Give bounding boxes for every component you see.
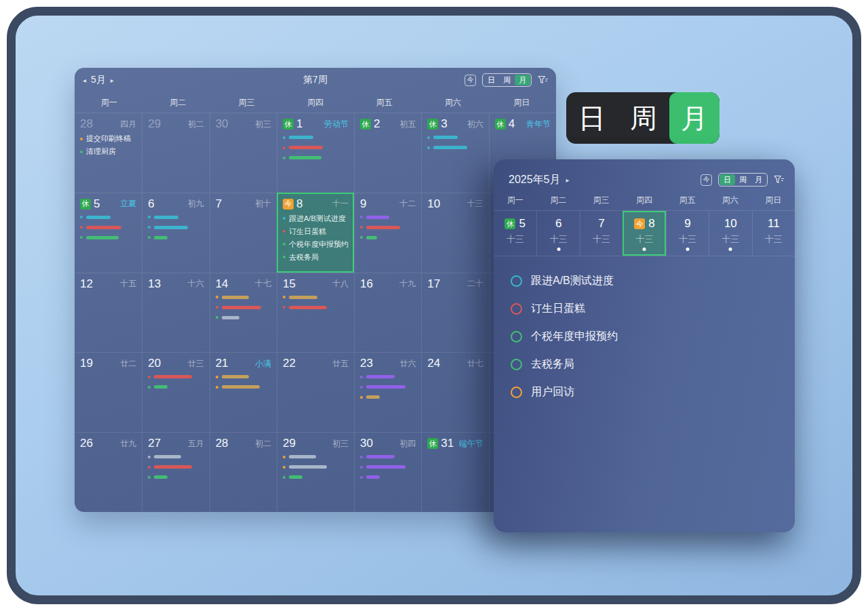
week-panel-title[interactable]: 2025年5月 ▸ [509,173,570,187]
event-bar[interactable] [148,214,203,220]
week-day-cell[interactable]: 7十三 [580,211,623,256]
event-bar[interactable] [427,134,483,140]
view-tab-day[interactable]: 日 [484,75,499,85]
month-day-cell[interactable]: 休5立夏 [75,193,142,273]
month-day-cell[interactable]: 12十五 [75,273,142,353]
next-month-arrow-icon[interactable]: ▸ [111,77,114,84]
event-bar[interactable] [360,235,416,241]
week-day-cell[interactable]: 10十三 [709,211,751,256]
task-item[interactable]: 订生日蛋糕 [511,295,783,323]
callout-month-button[interactable]: 月 [669,92,719,144]
week-day-cell[interactable]: 9十三 [666,211,709,256]
event-item[interactable]: 去税务局 [283,253,349,262]
event-item[interactable]: 个税年度申报预约 [283,240,349,249]
event-bar[interactable] [148,224,203,231]
event-bar[interactable] [283,454,349,460]
task-item[interactable]: 用户回访 [511,378,783,406]
event-bar[interactable] [360,394,416,400]
event-item[interactable]: 订生日蛋糕 [283,227,349,236]
event-bar[interactable] [148,454,203,460]
week-day-cell[interactable]: 11十三 [752,211,795,256]
month-day-cell[interactable]: 27五月 [142,432,209,512]
task-item[interactable]: 去税务局 [511,351,783,378]
view-tab-month[interactable]: 月 [515,75,530,85]
task-item[interactable]: 个税年度申报预约 [511,323,783,351]
month-day-cell[interactable]: 休3初六 [421,113,488,193]
event-bar[interactable] [283,144,349,151]
month-day-cell[interactable]: 22廿五 [277,352,354,432]
event-bar[interactable] [80,214,136,220]
month-day-cell[interactable]: 13十六 [142,273,209,353]
week-filter-icon[interactable] [774,175,784,184]
event-bar[interactable] [360,454,416,460]
week-view-tab-week[interactable]: 周 [735,174,751,185]
event-item[interactable]: 跟进A/B测试进度 [283,214,349,223]
event-bar[interactable] [80,235,136,241]
event-bar[interactable] [216,304,271,311]
week-day-cell[interactable]: 休5十三 [494,211,536,256]
month-day-cell[interactable]: 休2初五 [354,113,421,193]
task-checkbox[interactable] [511,359,522,370]
month-day-cell[interactable]: 26廿九 [75,432,142,512]
event-bar[interactable] [427,144,483,151]
event-bar[interactable] [283,464,349,470]
event-bar[interactable] [148,235,203,241]
event-bar[interactable] [360,384,416,390]
month-day-cell[interactable]: 28初二 [210,432,277,512]
week-jump-to-today-button[interactable]: 今 [701,174,712,186]
event-bar[interactable] [148,374,203,380]
month-day-cell[interactable]: 16十九 [354,273,421,353]
event-item[interactable]: 清理厨房 [80,147,136,156]
event-bar[interactable] [148,464,203,470]
month-day-cell[interactable]: 休1劳动节 [277,113,354,193]
month-day-cell[interactable]: 30初四 [354,432,421,512]
event-bar[interactable] [360,374,416,380]
week-view-tab-month[interactable]: 月 [751,174,766,185]
week-day-cell[interactable]: 6十三 [536,211,579,256]
month-day-cell[interactable]: 今8十一跟进A/B测试进度订生日蛋糕个税年度申报预约去税务局 [277,193,354,273]
prev-month-arrow-icon[interactable]: ◂ [83,77,86,84]
event-bar[interactable] [283,304,349,311]
task-checkbox[interactable] [511,303,522,315]
month-day-cell[interactable]: 21小满 [210,352,277,432]
month-day-cell[interactable]: 29初三 [277,432,354,512]
event-bar[interactable] [148,474,203,480]
event-bar[interactable] [360,224,416,231]
filter-icon[interactable] [538,75,548,85]
month-day-cell[interactable]: 6初九 [142,193,209,273]
month-day-cell[interactable]: 24廿七 [421,352,488,432]
event-bar[interactable] [148,384,203,390]
event-bar[interactable] [360,214,416,220]
event-bar[interactable] [216,315,271,321]
month-day-cell[interactable]: 15十八 [277,273,354,353]
event-item[interactable]: 提交印刷终稿 [80,134,136,143]
month-day-cell[interactable]: 29初二 [142,113,209,193]
event-bar[interactable] [283,474,349,480]
event-bar[interactable] [360,474,416,480]
month-day-cell[interactable]: 17二十 [421,273,488,353]
event-bar[interactable] [283,155,349,161]
task-checkbox[interactable] [511,331,522,342]
month-day-cell[interactable]: 19廿二 [75,352,142,432]
month-day-cell[interactable]: 23廿六 [354,352,421,432]
month-day-cell[interactable]: 7初十 [210,193,277,273]
event-bar[interactable] [80,224,136,231]
event-bar[interactable] [216,294,271,300]
week-view-tab-day[interactable]: 日 [719,174,735,185]
view-tab-week[interactable]: 周 [499,75,515,85]
task-checkbox[interactable] [511,275,522,287]
month-day-cell[interactable]: 20廿三 [142,352,209,432]
event-bar[interactable] [216,384,271,390]
callout-day-button[interactable]: 日 [566,92,618,144]
month-day-cell[interactable]: 9十二 [354,193,421,273]
task-checkbox[interactable] [511,387,522,398]
month-day-cell[interactable]: 休31端午节 [421,432,488,512]
month-day-cell[interactable]: 28四月提交印刷终稿清理厨房 [75,113,142,193]
event-bar[interactable] [283,134,349,140]
callout-week-button[interactable]: 周 [618,92,669,144]
week-day-cell[interactable]: 今8十三 [623,211,665,256]
month-day-cell[interactable]: 30初三 [210,113,277,193]
jump-to-today-button[interactable]: 今 [465,75,476,86]
event-bar[interactable] [360,464,416,470]
month-day-cell[interactable]: 14十七 [210,273,277,353]
